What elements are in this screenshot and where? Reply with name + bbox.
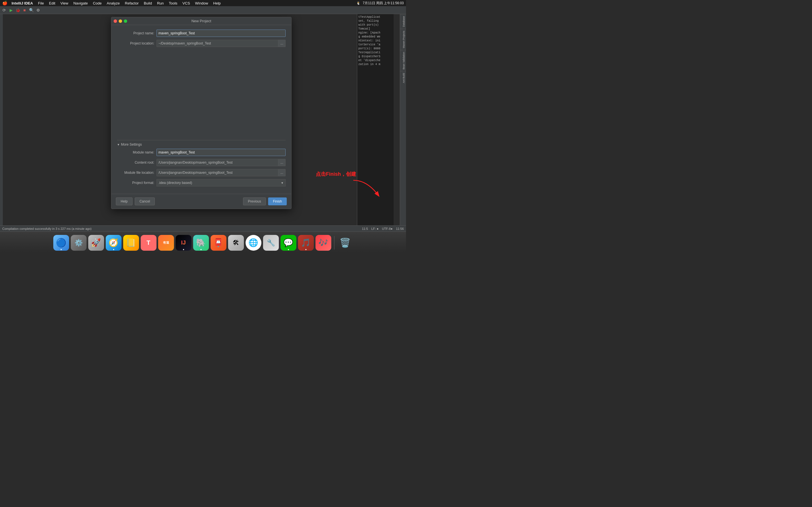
project-name-label: Project name: <box>117 31 156 35</box>
right-tab-maven[interactable]: Maven Projects <box>400 29 406 50</box>
content-root-row: Content root: ... <box>117 159 286 166</box>
project-location-field: ... <box>156 40 286 47</box>
content-root-field: ... <box>156 159 286 166</box>
statusbar-encoding: UTF-8● <box>382 227 393 230</box>
menu-tools[interactable]: Tools <box>167 0 180 6</box>
right-tab-database[interactable]: Database <box>400 14 406 29</box>
menu-window[interactable]: Window <box>193 0 210 6</box>
window-maximize-button[interactable] <box>124 19 127 23</box>
dock-item-chrome[interactable]: 🌐 <box>246 235 261 251</box>
toolbar-settings-icon[interactable]: ⚙ <box>35 7 41 13</box>
statusbar-time: 11:56 <box>396 227 404 230</box>
toolbar-search-icon[interactable]: 🔍 <box>28 7 35 13</box>
project-location-label: Project location: <box>117 41 156 45</box>
dialog-titlebar: New Project <box>111 17 291 25</box>
dock-item-rocket[interactable]: 🚀 <box>88 235 104 251</box>
right-tab-bean-validation[interactable]: Bean Validation <box>400 50 406 71</box>
apple-menu[interactable]: 🍎 <box>2 1 8 6</box>
statusbar-message: Compilation completed successfully in 3 … <box>2 227 92 230</box>
statusbar-right: 11:5 LF: ● UTF-8● 11:56 <box>362 227 404 230</box>
annotation-text: 点击Finish，创建 <box>316 171 356 177</box>
toolbar-run-icon[interactable]: ▶ <box>8 7 14 13</box>
content-root-label: Content root: <box>117 161 156 165</box>
module-name-input[interactable] <box>156 149 286 156</box>
project-location-browse-button[interactable]: ... <box>278 40 286 47</box>
new-project-dialog: New Project Project name: Project locati… <box>111 17 292 209</box>
statusbar-lf: LF: ● <box>371 227 378 230</box>
project-format-select[interactable]: .idea (directory based) ▼ <box>156 179 286 186</box>
dock-item-youdao[interactable]: 有道 <box>158 235 174 251</box>
right-tab-panel: Database Maven Projects Bean Validation … <box>400 14 406 225</box>
annotation-arrow-icon <box>350 177 384 200</box>
menu-build[interactable]: Build <box>142 0 154 6</box>
menu-code[interactable]: Code <box>91 0 104 6</box>
menubar-right: 🐧 7月11日 周四 上午11:56:03 <box>356 1 404 6</box>
window-close-button[interactable] <box>114 19 117 23</box>
project-name-row: Project name: <box>117 30 286 37</box>
dock-item-wechat[interactable]: 💬 <box>281 235 296 251</box>
project-format-value: .idea (directory based) <box>158 181 192 185</box>
dock-item-notes[interactable]: 📒 <box>123 235 139 251</box>
menu-refactor[interactable]: Refactor <box>123 0 141 6</box>
dock-item-postman[interactable]: 📮 <box>211 235 226 251</box>
statusbar: Compilation completed successfully in 3 … <box>0 225 406 231</box>
more-settings-arrow-icon: ▼ <box>117 143 120 146</box>
previous-button[interactable]: Previous <box>243 198 266 205</box>
toolbar-stop-icon[interactable]: ■ <box>21 7 28 13</box>
dialog-overlay: New Project Project name: Project locati… <box>3 14 400 225</box>
module-file-browse-button[interactable]: ... <box>278 169 286 176</box>
module-file-label: Module file location: <box>117 171 156 175</box>
project-location-input[interactable] <box>156 40 278 47</box>
menu-help[interactable]: Help <box>211 0 223 6</box>
ide-toolbar: ⟳ ▶ 🐞 ■ 🔍 ⚙ <box>0 6 406 14</box>
more-settings-content: Module name: Content root: ... <box>117 149 286 186</box>
toolbar-debug-icon[interactable]: 🐞 <box>15 7 21 13</box>
spacer <box>117 50 286 140</box>
dialog-title: New Project <box>192 19 211 23</box>
finish-button[interactable]: Finish <box>268 198 287 205</box>
dock-item-typora[interactable]: T <box>141 235 156 251</box>
project-name-input[interactable] <box>156 30 286 37</box>
menu-analyze[interactable]: Analyze <box>105 0 122 6</box>
dialog-body: Project name: Project location: ... <box>111 25 291 194</box>
menu-file[interactable]: File <box>36 0 46 6</box>
menubar-wechat: 🐧 <box>356 1 361 5</box>
dock-item-music[interactable]: 🎶 <box>315 235 331 251</box>
menubar: 🍎 IntelliJ IDEA File Edit View Navigate … <box>0 0 406 6</box>
module-file-row: Module file location: ... <box>117 169 286 176</box>
dock-item-settings[interactable]: ⚙️ <box>71 235 87 251</box>
statusbar-line-col: 11:5 <box>362 227 368 230</box>
toolbar-sync-icon[interactable]: ⟳ <box>1 7 7 13</box>
module-name-label: Module name: <box>117 151 156 154</box>
module-file-field: ... <box>156 169 286 176</box>
annotation: 点击Finish，创建 <box>316 171 356 177</box>
footer-left: Help Cancel <box>116 198 155 205</box>
dock-item-tableplus[interactable]: 🐘 <box>193 235 209 251</box>
dock-item-netease[interactable]: 🎵 <box>298 235 314 251</box>
menu-navigate[interactable]: Navigate <box>71 0 90 6</box>
right-tab-ant-build[interactable]: Ant Build <box>400 71 406 85</box>
help-button[interactable]: Help <box>116 198 133 205</box>
traffic-lights <box>114 19 127 23</box>
dock-item-trash[interactable]: 🗑️ <box>337 235 353 251</box>
menu-vcs[interactable]: VCS <box>180 0 192 6</box>
dock-item-finder2[interactable]: 🔧 <box>263 235 279 251</box>
dock-item-intellij[interactable]: IJ <box>175 235 192 251</box>
content-root-browse-button[interactable]: ... <box>278 159 286 166</box>
content-root-input[interactable] <box>156 159 278 166</box>
menu-view[interactable]: View <box>58 0 70 6</box>
left-panel <box>0 14 3 225</box>
more-settings-toggle[interactable]: ▼ More Settings <box>117 140 286 149</box>
module-file-input[interactable] <box>156 169 278 176</box>
ide-background: tTestApplicat set, falling with port(s) … <box>3 14 400 225</box>
cancel-button[interactable]: Cancel <box>135 198 155 205</box>
menu-run[interactable]: Run <box>155 0 166 6</box>
window-minimize-button[interactable] <box>119 19 122 23</box>
dock-item-safari[interactable]: 🧭 <box>106 235 121 251</box>
menu-edit[interactable]: Edit <box>47 0 57 6</box>
dock-item-finder[interactable]: 🔵 <box>53 235 69 251</box>
project-format-row: Project format: .idea (directory based) … <box>117 179 286 186</box>
dock-item-devtools[interactable]: 🛠 <box>228 235 244 251</box>
project-location-row: Project location: ... <box>117 40 286 47</box>
app-menu[interactable]: IntelliJ IDEA <box>9 0 35 6</box>
